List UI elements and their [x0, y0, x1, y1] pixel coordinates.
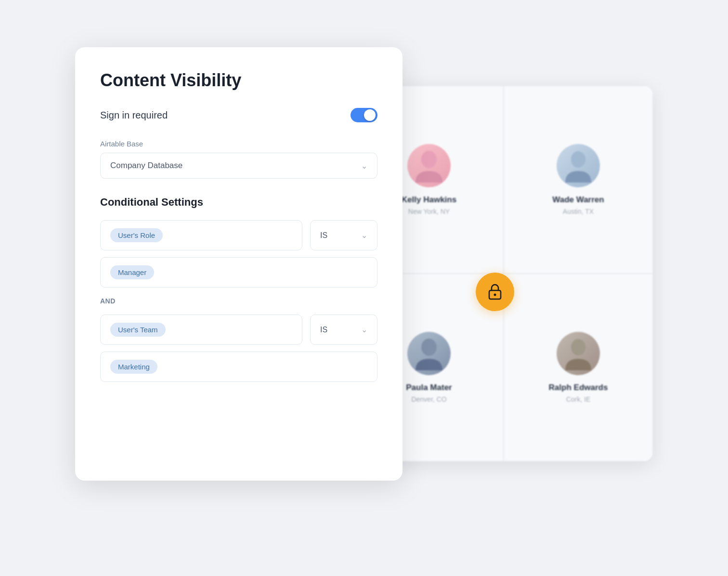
value-box-1[interactable]: Manager — [100, 257, 377, 288]
chevron-down-icon-op2: ⌄ — [361, 325, 367, 334]
airtable-base-value: Company Database — [110, 161, 182, 170]
settings-card: Content Visibility Sign in required Airt… — [75, 47, 403, 481]
lock-badge — [476, 273, 514, 311]
person-name-kelly: Kelly Hawkins — [402, 195, 456, 205]
card-title: Content Visibility — [100, 70, 377, 91]
conditional-settings-title: Conditional Settings — [100, 196, 377, 209]
chevron-down-icon-op1: ⌄ — [361, 231, 367, 240]
signin-toggle[interactable] — [351, 108, 377, 122]
avatar-wade — [557, 144, 600, 187]
svg-point-3 — [571, 339, 585, 355]
condition-operator-box-2[interactable]: IS ⌄ — [310, 314, 377, 345]
svg-point-0 — [421, 151, 437, 168]
toggle-track — [351, 108, 377, 122]
toggle-thumb — [364, 109, 376, 121]
person-name-ralph: Ralph Edwards — [549, 383, 608, 393]
lock-icon — [486, 282, 504, 302]
person-location-paula: Denver, CO — [411, 395, 446, 403]
person-name-wade: Wade Warren — [552, 195, 604, 205]
operator-text-1: IS — [320, 231, 327, 240]
users-team-chip: User's Team — [110, 323, 166, 337]
signin-label: Sign in required — [100, 110, 168, 121]
avatar-ralph — [557, 332, 600, 375]
signin-row: Sign in required — [100, 108, 377, 122]
person-name-paula: Paula Mater — [406, 383, 452, 393]
operator-text-2: IS — [320, 326, 327, 334]
person-cell-wade: Wade Warren Austin, TX — [504, 86, 653, 274]
airtable-section-label: Airtable Base — [100, 140, 377, 148]
avatar-paula — [407, 332, 451, 375]
value-box-2[interactable]: Marketing — [100, 352, 377, 382]
users-role-chip: User's Role — [110, 228, 163, 242]
marketing-chip: Marketing — [110, 360, 157, 374]
chevron-down-icon: ⌄ — [361, 161, 367, 170]
svg-point-2 — [421, 339, 437, 356]
condition-row-2: User's Team IS ⌄ — [100, 314, 377, 345]
person-location-kelly: New York, NY — [408, 208, 450, 215]
condition-operator-box-1[interactable]: IS ⌄ — [310, 220, 377, 250]
manager-chip: Manager — [110, 265, 154, 279]
condition-field-box-1[interactable]: User's Role — [100, 220, 302, 250]
person-location-ralph: Cork, IE — [566, 395, 591, 403]
condition-row-1: User's Role IS ⌄ — [100, 220, 377, 250]
and-label: AND — [100, 297, 377, 305]
airtable-base-dropdown[interactable]: Company Database ⌄ — [100, 153, 377, 179]
avatar-kelly — [407, 144, 451, 187]
condition-field-box-2[interactable]: User's Team — [100, 314, 302, 345]
person-location-wade: Austin, TX — [563, 208, 594, 215]
svg-point-5 — [494, 294, 496, 296]
person-cell-ralph: Ralph Edwards Cork, IE — [504, 274, 653, 461]
svg-point-1 — [571, 151, 585, 168]
